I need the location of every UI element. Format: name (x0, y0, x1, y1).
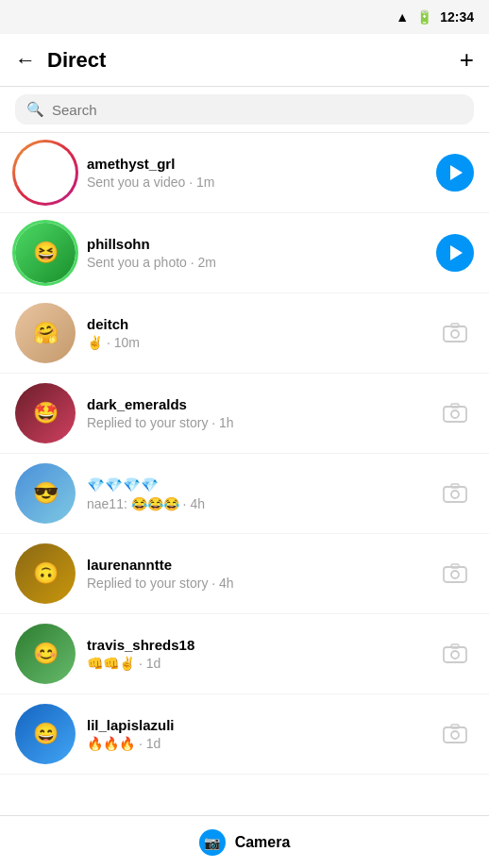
back-button[interactable]: ← (15, 48, 36, 73)
svg-rect-9 (444, 567, 466, 582)
avatar: 😄 (15, 704, 76, 764)
svg-point-16 (451, 731, 459, 739)
svg-rect-14 (451, 644, 459, 648)
svg-point-10 (451, 571, 459, 578)
avatar: 😆 (15, 223, 76, 283)
list-item[interactable]: 😁amethyst_grlSent you a video · 1m (0, 133, 489, 213)
svg-rect-11 (451, 564, 459, 568)
message-username: amethyst_grl (87, 156, 436, 172)
avatar: 😊 (15, 624, 76, 684)
avatar: 🙃 (15, 543, 76, 604)
list-item[interactable]: 🙃laurenanntteReplied to your story · 4h (0, 534, 489, 614)
camera-button[interactable] (436, 314, 474, 352)
message-preview: Sent you a photo · 2m (87, 255, 436, 270)
play-button[interactable] (436, 154, 474, 192)
status-bar: ▲ 🔋 12:34 (0, 0, 489, 34)
avatar: 🤗 (15, 303, 76, 363)
message-username: lil_lapislazuli (87, 717, 436, 733)
svg-rect-15 (444, 727, 466, 743)
camera-icon: 📷 (199, 829, 226, 856)
avatar: 😎 (15, 463, 76, 524)
message-username: travis_shreds18 (87, 637, 436, 653)
avatar-image: 😎 (15, 463, 76, 524)
message-username: laurenanntte (87, 557, 436, 573)
avatar-image: 😊 (15, 624, 76, 684)
camera-button[interactable] (436, 475, 474, 512)
search-icon: 🔍 (26, 101, 44, 118)
svg-rect-5 (451, 404, 459, 408)
header: ← Direct + (0, 34, 489, 87)
list-item[interactable]: 🤩dark_emeraldsReplied to your story · 1h (0, 374, 489, 454)
svg-rect-2 (451, 324, 459, 327)
page-title: Direct (47, 48, 460, 73)
signal-icon: ▲ (396, 9, 409, 25)
message-username: 💎💎💎💎 (87, 476, 436, 493)
battery-icon: 🔋 (416, 9, 432, 25)
list-item[interactable]: 😆phillsohnSent you a photo · 2m (0, 213, 489, 293)
svg-rect-6 (444, 487, 466, 502)
avatar: 😁 (15, 142, 76, 203)
avatar-image: 😄 (15, 704, 76, 764)
search-input-wrap[interactable]: 🔍 (15, 94, 474, 125)
svg-point-13 (451, 651, 459, 659)
list-item[interactable]: 😊travis_shreds18👊👊✌️ · 1d (0, 614, 489, 694)
camera-button[interactable] (436, 635, 474, 673)
message-list: 😁amethyst_grlSent you a video · 1m😆phill… (0, 133, 489, 775)
svg-point-1 (451, 330, 459, 338)
camera-button[interactable] (436, 555, 474, 593)
avatar: 🤩 (15, 383, 76, 443)
avatar-image: 🙃 (15, 543, 76, 604)
status-time: 12:34 (440, 9, 474, 25)
svg-point-4 (451, 410, 459, 418)
message-preview: 🔥🔥🔥 · 1d (87, 736, 436, 751)
camera-button[interactable] (436, 715, 474, 753)
list-item[interactable]: 😄lil_lapislazuli🔥🔥🔥 · 1d (0, 694, 489, 775)
message-preview: Replied to your story · 1h (87, 415, 436, 430)
camera-button[interactable] (436, 394, 474, 432)
message-preview: Sent you a video · 1m (87, 175, 436, 190)
avatar-image: 🤩 (15, 383, 76, 443)
svg-rect-17 (451, 725, 459, 728)
message-username: deitch (87, 316, 436, 332)
list-item[interactable]: 😎💎💎💎💎nae11: 😂😂😂 · 4h (0, 454, 489, 534)
svg-rect-0 (444, 326, 466, 342)
camera-bar[interactable]: 📷 Camera (0, 815, 489, 868)
message-preview: nae11: 😂😂😂 · 4h (87, 496, 436, 511)
svg-rect-12 (444, 647, 466, 662)
message-username: dark_emeralds (87, 396, 436, 412)
message-preview: 👊👊✌️ · 1d (87, 656, 436, 671)
search-bar: 🔍 (0, 87, 489, 133)
play-button[interactable] (436, 234, 474, 272)
svg-rect-8 (451, 484, 459, 488)
message-preview: ✌️ · 10m (87, 335, 436, 350)
message-preview: Replied to your story · 4h (87, 576, 436, 591)
search-input[interactable] (52, 102, 463, 118)
new-message-button[interactable]: + (460, 45, 474, 75)
message-username: phillsohn (87, 236, 436, 252)
camera-label: Camera (235, 834, 291, 851)
svg-point-7 (451, 491, 459, 498)
avatar-image: 🤗 (15, 303, 76, 363)
list-item[interactable]: 🤗deitch✌️ · 10m (0, 293, 489, 374)
svg-rect-3 (444, 407, 466, 422)
